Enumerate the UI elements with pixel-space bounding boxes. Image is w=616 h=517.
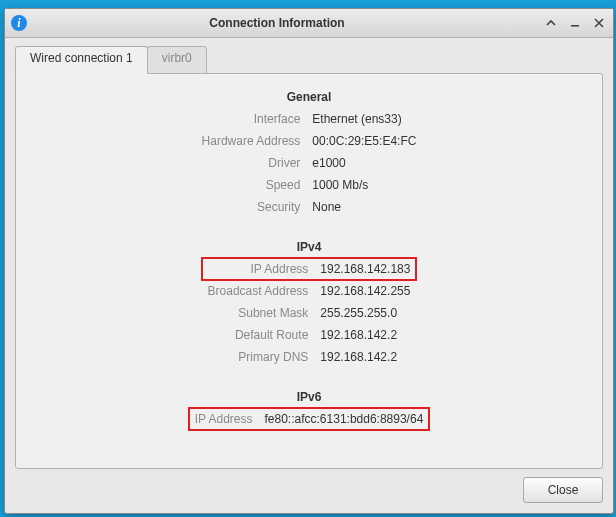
value-default-route: 192.168.142.2 — [314, 324, 416, 346]
row-security: Security None — [196, 196, 423, 218]
ipv6-table: IP Address fe80::afcc:6131:bdd6:8893/64 — [189, 408, 430, 430]
label-primary-dns: Primary DNS — [202, 346, 315, 368]
section-title-ipv4: IPv4 — [26, 240, 592, 254]
value-primary-dns: 192.168.142.2 — [314, 346, 416, 368]
close-button[interactable]: Close — [523, 477, 603, 503]
minimize-icon[interactable] — [567, 15, 583, 31]
section-title-general: General — [26, 90, 592, 104]
row-subnet-mask: Subnet Mask 255.255.255.0 — [202, 302, 417, 324]
value-ipv6-ip-address: fe80::afcc:6131:bdd6:8893/64 — [259, 408, 430, 430]
value-ipv4-ip-address: 192.168.142.183 — [314, 258, 416, 280]
dialog-window: i Connection Information Wired connectio… — [4, 8, 614, 514]
titlebar: i Connection Information — [5, 9, 613, 38]
tab-panel: General Interface Ethernet (ens33) Hardw… — [15, 73, 603, 469]
tab-virbr0[interactable]: virbr0 — [147, 46, 207, 74]
value-subnet-mask: 255.255.255.0 — [314, 302, 416, 324]
value-driver: e1000 — [306, 152, 422, 174]
label-speed: Speed — [196, 174, 307, 196]
shade-icon[interactable] — [543, 15, 559, 31]
section-title-ipv6: IPv6 — [26, 390, 592, 404]
row-default-route: Default Route 192.168.142.2 — [202, 324, 417, 346]
label-hardware-address: Hardware Address — [196, 130, 307, 152]
row-broadcast-address: Broadcast Address 192.168.142.255 — [202, 280, 417, 302]
value-hardware-address: 00:0C:29:E5:E4:FC — [306, 130, 422, 152]
tab-wired-connection-1[interactable]: Wired connection 1 — [15, 46, 148, 74]
label-subnet-mask: Subnet Mask — [202, 302, 315, 324]
dialog-footer: Close — [15, 469, 603, 503]
label-driver: Driver — [196, 152, 307, 174]
label-interface: Interface — [196, 108, 307, 130]
value-broadcast-address: 192.168.142.255 — [314, 280, 416, 302]
close-icon[interactable] — [591, 15, 607, 31]
tabs: Wired connection 1 virbr0 — [15, 46, 603, 74]
label-ipv4-ip-address: IP Address — [202, 258, 315, 280]
row-primary-dns: Primary DNS 192.168.142.2 — [202, 346, 417, 368]
label-security: Security — [196, 196, 307, 218]
svg-rect-0 — [571, 25, 579, 27]
value-interface: Ethernet (ens33) — [306, 108, 422, 130]
dialog-body: Wired connection 1 virbr0 General Interf… — [5, 38, 613, 513]
value-speed: 1000 Mb/s — [306, 174, 422, 196]
window-buttons — [543, 15, 607, 31]
row-hardware-address: Hardware Address 00:0C:29:E5:E4:FC — [196, 130, 423, 152]
row-ipv4-ip-address: IP Address 192.168.142.183 — [202, 258, 417, 280]
row-ipv6-ip-address: IP Address fe80::afcc:6131:bdd6:8893/64 — [189, 408, 430, 430]
row-speed: Speed 1000 Mb/s — [196, 174, 423, 196]
general-table: Interface Ethernet (ens33) Hardware Addr… — [196, 108, 423, 218]
ipv4-table: IP Address 192.168.142.183 Broadcast Add… — [202, 258, 417, 368]
row-interface: Interface Ethernet (ens33) — [196, 108, 423, 130]
window-title: Connection Information — [11, 16, 543, 30]
label-ipv6-ip-address: IP Address — [189, 408, 259, 430]
row-driver: Driver e1000 — [196, 152, 423, 174]
label-default-route: Default Route — [202, 324, 315, 346]
value-security: None — [306, 196, 422, 218]
label-broadcast-address: Broadcast Address — [202, 280, 315, 302]
